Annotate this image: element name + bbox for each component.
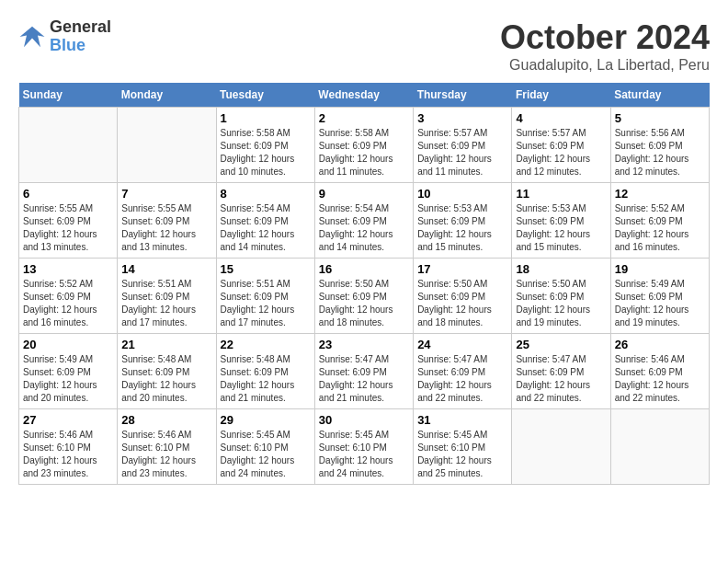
day-number: 7	[121, 187, 211, 201]
day-number: 5	[615, 111, 705, 125]
day-info: Sunrise: 5:45 AM Sunset: 6:10 PM Dayligh…	[221, 429, 311, 480]
day-info: Sunrise: 5:54 AM Sunset: 6:09 PM Dayligh…	[221, 202, 311, 254]
calendar-cell: 29Sunrise: 5:45 AM Sunset: 6:10 PM Dayli…	[216, 409, 314, 485]
logo: General Blue	[18, 18, 111, 55]
weekday-header: Friday	[512, 83, 610, 108]
calendar-cell: 16Sunrise: 5:50 AM Sunset: 6:09 PM Dayli…	[314, 259, 413, 334]
calendar-cell: 27Sunrise: 5:46 AM Sunset: 6:10 PM Dayli…	[19, 409, 118, 485]
day-info: Sunrise: 5:55 AM Sunset: 6:09 PM Dayligh…	[121, 202, 211, 254]
calendar-cell: 25Sunrise: 5:47 AM Sunset: 6:09 PM Dayli…	[512, 334, 610, 409]
calendar-cell: 26Sunrise: 5:46 AM Sunset: 6:09 PM Dayli…	[610, 334, 709, 409]
day-number: 18	[516, 262, 606, 276]
day-info: Sunrise: 5:53 AM Sunset: 6:09 PM Dayligh…	[516, 202, 606, 254]
day-number: 4	[516, 111, 606, 125]
day-info: Sunrise: 5:47 AM Sunset: 6:09 PM Dayligh…	[417, 353, 507, 405]
calendar-cell: 2Sunrise: 5:58 AM Sunset: 6:09 PM Daylig…	[314, 108, 413, 183]
day-info: Sunrise: 5:58 AM Sunset: 6:09 PM Dayligh…	[319, 127, 409, 178]
day-info: Sunrise: 5:57 AM Sunset: 6:09 PM Dayligh…	[516, 127, 606, 178]
day-number: 20	[23, 338, 113, 351]
day-info: Sunrise: 5:49 AM Sunset: 6:09 PM Dayligh…	[615, 278, 705, 329]
calendar-week-row: 20Sunrise: 5:49 AM Sunset: 6:09 PM Dayli…	[19, 334, 710, 409]
day-number: 19	[615, 262, 705, 276]
day-number: 26	[615, 338, 705, 351]
logo-icon	[18, 23, 46, 51]
calendar-cell: 5Sunrise: 5:56 AM Sunset: 6:09 PM Daylig…	[610, 108, 709, 183]
day-info: Sunrise: 5:51 AM Sunset: 6:09 PM Dayligh…	[221, 278, 311, 329]
day-number: 9	[319, 187, 409, 201]
weekday-header: Sunday	[19, 83, 118, 108]
day-number: 2	[319, 111, 409, 125]
weekday-header-row: SundayMondayTuesdayWednesdayThursdayFrid…	[19, 83, 710, 108]
day-info: Sunrise: 5:52 AM Sunset: 6:09 PM Dayligh…	[23, 278, 113, 329]
calendar-cell: 3Sunrise: 5:57 AM Sunset: 6:09 PM Daylig…	[414, 108, 512, 183]
day-info: Sunrise: 5:58 AM Sunset: 6:09 PM Dayligh…	[221, 127, 311, 178]
calendar-cell: 9Sunrise: 5:54 AM Sunset: 6:09 PM Daylig…	[314, 183, 413, 259]
day-number: 25	[516, 338, 606, 351]
calendar-table: SundayMondayTuesdayWednesdayThursdayFrid…	[18, 83, 710, 485]
calendar-cell: 23Sunrise: 5:47 AM Sunset: 6:09 PM Dayli…	[314, 334, 413, 409]
day-number: 27	[23, 413, 113, 427]
day-info: Sunrise: 5:54 AM Sunset: 6:09 PM Dayligh…	[319, 202, 409, 254]
day-info: Sunrise: 5:46 AM Sunset: 6:10 PM Dayligh…	[121, 429, 211, 480]
day-info: Sunrise: 5:48 AM Sunset: 6:09 PM Dayligh…	[221, 353, 311, 405]
calendar-cell: 12Sunrise: 5:52 AM Sunset: 6:09 PM Dayli…	[610, 183, 709, 259]
day-info: Sunrise: 5:55 AM Sunset: 6:09 PM Dayligh…	[23, 202, 113, 254]
day-number: 14	[121, 262, 211, 276]
title-block: October 2024 Guadalupito, La Libertad, P…	[500, 18, 710, 74]
day-number: 15	[221, 262, 311, 276]
day-number: 8	[221, 187, 311, 201]
day-number: 17	[417, 262, 507, 276]
calendar-week-row: 6Sunrise: 5:55 AM Sunset: 6:09 PM Daylig…	[19, 183, 710, 259]
calendar-cell: 7Sunrise: 5:55 AM Sunset: 6:09 PM Daylig…	[118, 183, 216, 259]
day-number: 10	[417, 187, 507, 201]
day-number: 13	[23, 262, 113, 276]
calendar-cell: 17Sunrise: 5:50 AM Sunset: 6:09 PM Dayli…	[414, 259, 512, 334]
calendar-cell	[118, 108, 216, 183]
logo-text: General Blue	[50, 18, 111, 55]
weekday-header: Saturday	[610, 83, 709, 108]
calendar-cell: 21Sunrise: 5:48 AM Sunset: 6:09 PM Dayli…	[118, 334, 216, 409]
day-number: 22	[221, 338, 311, 351]
day-info: Sunrise: 5:57 AM Sunset: 6:09 PM Dayligh…	[417, 127, 507, 178]
day-number: 29	[221, 413, 311, 427]
day-number: 11	[516, 187, 606, 201]
calendar-cell: 31Sunrise: 5:45 AM Sunset: 6:10 PM Dayli…	[414, 409, 512, 485]
calendar-cell: 8Sunrise: 5:54 AM Sunset: 6:09 PM Daylig…	[216, 183, 314, 259]
calendar-cell: 22Sunrise: 5:48 AM Sunset: 6:09 PM Dayli…	[216, 334, 314, 409]
calendar-subtitle: Guadalupito, La Libertad, Peru	[500, 57, 710, 74]
day-number: 24	[417, 338, 507, 351]
calendar-cell: 18Sunrise: 5:50 AM Sunset: 6:09 PM Dayli…	[512, 259, 610, 334]
day-info: Sunrise: 5:45 AM Sunset: 6:10 PM Dayligh…	[417, 429, 507, 480]
day-info: Sunrise: 5:52 AM Sunset: 6:09 PM Dayligh…	[615, 202, 705, 254]
calendar-cell	[19, 108, 118, 183]
calendar-cell: 13Sunrise: 5:52 AM Sunset: 6:09 PM Dayli…	[19, 259, 118, 334]
day-number: 28	[121, 413, 211, 427]
day-info: Sunrise: 5:48 AM Sunset: 6:09 PM Dayligh…	[121, 353, 211, 405]
calendar-cell: 20Sunrise: 5:49 AM Sunset: 6:09 PM Dayli…	[19, 334, 118, 409]
calendar-cell	[512, 409, 610, 485]
weekday-header: Wednesday	[314, 83, 413, 108]
calendar-cell: 6Sunrise: 5:55 AM Sunset: 6:09 PM Daylig…	[19, 183, 118, 259]
calendar-cell: 1Sunrise: 5:58 AM Sunset: 6:09 PM Daylig…	[216, 108, 314, 183]
day-number: 30	[319, 413, 409, 427]
calendar-week-row: 27Sunrise: 5:46 AM Sunset: 6:10 PM Dayli…	[19, 409, 710, 485]
calendar-cell: 14Sunrise: 5:51 AM Sunset: 6:09 PM Dayli…	[118, 259, 216, 334]
logo-line2: Blue	[50, 37, 111, 55]
day-number: 6	[23, 187, 113, 201]
day-info: Sunrise: 5:49 AM Sunset: 6:09 PM Dayligh…	[23, 353, 113, 405]
day-number: 12	[615, 187, 705, 201]
day-number: 3	[417, 111, 507, 125]
weekday-header: Thursday	[414, 83, 512, 108]
day-info: Sunrise: 5:47 AM Sunset: 6:09 PM Dayligh…	[516, 353, 606, 405]
calendar-cell: 19Sunrise: 5:49 AM Sunset: 6:09 PM Dayli…	[610, 259, 709, 334]
calendar-cell: 4Sunrise: 5:57 AM Sunset: 6:09 PM Daylig…	[512, 108, 610, 183]
calendar-cell: 24Sunrise: 5:47 AM Sunset: 6:09 PM Dayli…	[414, 334, 512, 409]
logo-line1: General	[50, 18, 111, 37]
calendar-week-row: 1Sunrise: 5:58 AM Sunset: 6:09 PM Daylig…	[19, 108, 710, 183]
day-info: Sunrise: 5:47 AM Sunset: 6:09 PM Dayligh…	[319, 353, 409, 405]
day-number: 23	[319, 338, 409, 351]
calendar-cell	[610, 409, 709, 485]
weekday-header: Tuesday	[216, 83, 314, 108]
calendar-title: October 2024	[500, 18, 710, 57]
day-number: 31	[417, 413, 507, 427]
